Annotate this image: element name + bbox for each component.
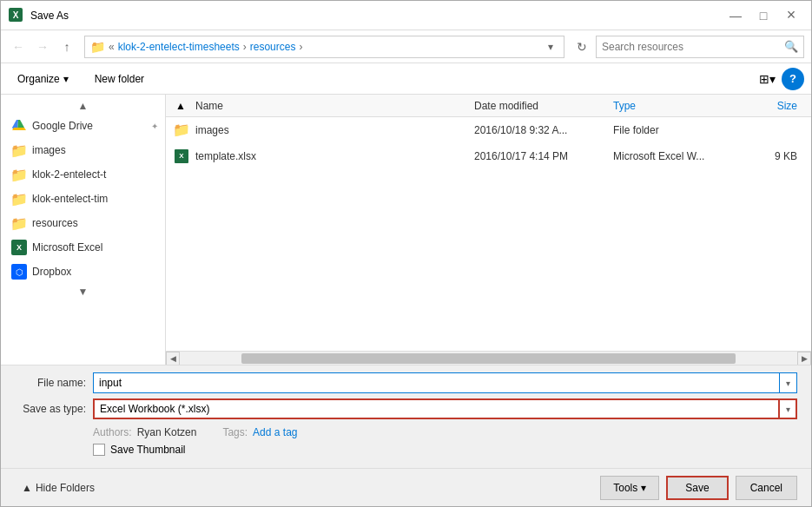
breadcrumb[interactable]: 📁 « klok-2-entelect-timesheets › resourc… [84, 36, 564, 58]
thumbnail-checkbox[interactable] [93, 444, 105, 456]
authors-value: Ryan Kotzen [137, 426, 197, 438]
main-area: ▲ Google Drive ✦ 📁 images [1, 95, 811, 365]
tools-label: Tools [613, 482, 637, 494]
sidebar-item-label-klok: klok-entelect-tim [32, 193, 158, 205]
toolbar-right: ⊞ ▾ ? [756, 68, 804, 90]
footer-right: Tools ▾ Save Cancel [600, 476, 797, 500]
save-button[interactable]: Save [666, 476, 728, 500]
view-arrow: ▾ [769, 72, 776, 86]
scroll-left-button[interactable]: ◀ [166, 352, 180, 365]
view-button[interactable]: ⊞ ▾ [756, 68, 778, 90]
filename-input[interactable] [93, 372, 780, 393]
breadcrumb-sep-2: › [299, 41, 302, 53]
file-row-type-images: File folder [613, 124, 743, 136]
breadcrumb-dropdown-button[interactable]: ▾ [543, 39, 558, 55]
refresh-button[interactable]: ↻ [571, 36, 592, 57]
folder-icon-klok: 📁 [11, 191, 27, 207]
new-folder-label: New folder [95, 73, 144, 85]
filename-row: File name: ▾ [15, 372, 797, 393]
file-row-name-images: images [195, 124, 474, 136]
file-list-container: ▲ Name Date modified Type Size 📁 images … [166, 95, 811, 365]
close-button[interactable]: × [778, 5, 804, 26]
minimize-button[interactable]: — [723, 5, 749, 26]
excel-icon-template-row: X [173, 148, 190, 165]
sidebar-item-label-resources: resources [32, 217, 158, 229]
col-header-size[interactable]: Size [743, 100, 804, 112]
scrollbar-thumb[interactable] [241, 353, 736, 364]
col-header-type[interactable]: Type [613, 100, 743, 112]
search-icon: 🔍 [784, 40, 798, 53]
scrollbar-track[interactable] [180, 352, 797, 365]
sidebar-item-resources[interactable]: 📁 resources [1, 211, 165, 235]
sidebar-item-label-klok2: klok-2-entelect-t [32, 168, 158, 181]
svg-text:X: X [13, 10, 19, 20]
sort-icon[interactable]: ▲ [173, 98, 188, 114]
sidebar-item-images[interactable]: 📁 images [1, 138, 165, 162]
file-list-header: ▲ Name Date modified Type Size [166, 95, 811, 117]
col-header-date[interactable]: Date modified [474, 100, 613, 112]
folder-icon-images-row: 📁 [173, 122, 190, 139]
back-button[interactable]: ← [8, 36, 29, 57]
up-button[interactable]: ↑ [56, 36, 77, 57]
sidebar-item-microsoft-excel[interactable]: X Microsoft Excel [1, 235, 165, 260]
hide-folders-button[interactable]: ▲ Hide Folders [15, 478, 102, 497]
sidebar-scroll-up[interactable]: ▲ [1, 98, 165, 114]
sidebar-pin-icon: ✦ [151, 122, 158, 131]
tags-value[interactable]: Add a tag [253, 426, 297, 438]
maximize-button[interactable]: □ [750, 5, 776, 26]
forward-button[interactable]: → [32, 36, 53, 57]
file-list: 📁 images 2016/10/18 9:32 A... File folde… [166, 117, 811, 351]
hide-folders-label: Hide Folders [36, 482, 95, 494]
filename-label: File name: [15, 377, 93, 389]
thumbnail-label: Save Thumbnail [110, 444, 186, 456]
savetype-select[interactable]: Excel Workbook (*.xlsx) Excel 97-2003 Wo… [93, 398, 780, 419]
sidebar-scroll-down[interactable]: ▼ [1, 284, 165, 300]
toolbar: Organize ▾ New folder ⊞ ▾ ? [1, 63, 811, 95]
svg-marker-4 [12, 128, 26, 130]
breadcrumb-sep-1: › [243, 41, 247, 53]
sidebar: ▲ Google Drive ✦ 📁 images [1, 95, 166, 365]
help-button[interactable]: ? [782, 68, 804, 90]
file-row-images[interactable]: 📁 images 2016/10/18 9:32 A... File folde… [166, 117, 811, 143]
file-row-date-template: 2016/10/17 4:14 PM [474, 150, 613, 162]
savetype-row: Save as type: Excel Workbook (*.xlsx) Ex… [15, 398, 797, 419]
sidebar-item-klok2[interactable]: 📁 klok-2-entelect-t [1, 162, 165, 187]
horizontal-scrollbar: ◀ ▶ [166, 351, 811, 365]
col-header-name[interactable]: Name [188, 100, 474, 112]
navigation-bar: ← → ↑ 📁 « klok-2-entelect-timesheets › r… [1, 30, 811, 63]
folder-icon-images: 📁 [11, 142, 27, 158]
tools-button[interactable]: Tools ▾ [600, 476, 659, 500]
breadcrumb-item-1[interactable]: klok-2-entelect-timesheets [118, 41, 240, 53]
breadcrumb-item-2[interactable]: resources [250, 41, 296, 53]
save-as-dialog: X Save As — □ × ← → ↑ 📁 « klok-2-entelec… [0, 0, 812, 507]
file-row-template[interactable]: X template.xlsx 2016/10/17 4:14 PM Micro… [166, 143, 811, 169]
folder-icon-klok2: 📁 [11, 167, 27, 182]
folder-icon-breadcrumb: 📁 [90, 40, 105, 54]
sidebar-item-google-drive[interactable]: Google Drive ✦ [1, 114, 165, 138]
search-input[interactable] [602, 41, 784, 53]
authors-tags-row: Authors: Ryan Kotzen Tags: Add a tag [93, 425, 797, 440]
sidebar-item-dropbox[interactable]: ⬡ Dropbox [1, 260, 165, 284]
new-folder-button[interactable]: New folder [85, 68, 154, 90]
sidebar-item-klok[interactable]: 📁 klok-entelect-tim [1, 187, 165, 211]
tags-label: Tags: [222, 426, 248, 438]
file-row-date-images: 2016/10/18 9:32 A... [474, 124, 613, 136]
authors-label: Authors: [93, 426, 132, 438]
scroll-right-button[interactable]: ▶ [797, 352, 811, 365]
sidebar-item-label-google-drive: Google Drive [32, 120, 146, 132]
organize-arrow: ▾ [63, 73, 69, 85]
cancel-button[interactable]: Cancel [736, 476, 797, 500]
window-controls: — □ × [723, 5, 804, 26]
sidebar-item-label-images: images [32, 144, 158, 156]
app-icon: X [8, 7, 25, 24]
bottom-form-area: File name: ▾ Save as type: Excel Workboo… [1, 365, 811, 468]
folder-icon-resources: 📁 [11, 215, 27, 231]
organize-button[interactable]: Organize ▾ [8, 68, 78, 90]
dialog-title: Save As [30, 10, 723, 22]
excel-icon-sidebar: X [11, 240, 27, 255]
thumbnail-checkbox-label[interactable]: Save Thumbnail [93, 444, 186, 456]
view-grid-icon: ⊞ [759, 72, 769, 86]
savetype-dropdown-button[interactable]: ▾ [780, 398, 797, 419]
filename-dropdown-button[interactable]: ▾ [780, 372, 797, 393]
footer: ▲ Hide Folders Tools ▾ Save Cancel [1, 468, 811, 506]
